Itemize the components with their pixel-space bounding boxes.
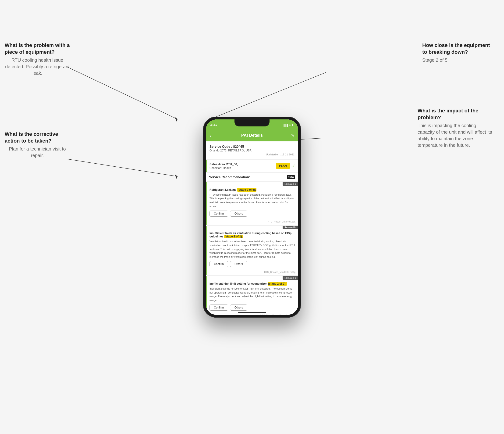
signal-icon: ▐▐▐ bbox=[283, 124, 288, 126]
svg-line-0 bbox=[67, 67, 178, 119]
app-header: ‹ PAI Details ✎ bbox=[206, 130, 298, 141]
phone-screen: 4:47 ▐▐▐ ⦾ ▮ ‹ PAI Details ✎ Service Cod… bbox=[206, 120, 298, 315]
equipment-condition: Condition: Health bbox=[209, 166, 276, 170]
service-updated: Updated on : 15-11-2021 bbox=[209, 153, 295, 156]
status-time: 4:47 bbox=[210, 123, 217, 127]
wifi-icon: ⦾ bbox=[289, 123, 291, 126]
impact-annotation: What is the impact of the problem? This … bbox=[418, 108, 495, 148]
reco-2-title: Insufficient fresh air ventilation durin… bbox=[209, 232, 296, 238]
edit-button[interactable]: ✎ bbox=[291, 133, 295, 138]
recommendation-header: Service Recommendation: AUTO bbox=[206, 173, 298, 181]
reco-3-title: Inefficient high limit setting for econo… bbox=[209, 282, 296, 285]
problem-question: What is the problem with a piece of equi… bbox=[5, 42, 70, 55]
reco-1-code: RTU_Reco8_CmpRefLeak bbox=[207, 220, 298, 225]
plan-button[interactable]: PLAN bbox=[276, 163, 290, 169]
auto-icon: AUTO bbox=[287, 175, 295, 179]
phone-shell: 4:47 ▐▐▐ ⦾ ▮ ‹ PAI Details ✎ Service Cod… bbox=[203, 117, 301, 318]
reco-2-body: Insufficient fresh air ventilation durin… bbox=[207, 229, 298, 271]
recommendation-2: Remote Fix Insufficient fresh air ventil… bbox=[206, 226, 298, 276]
status-icons: ▐▐▐ ⦾ ▮ bbox=[283, 123, 294, 126]
recommendation-3: Remote Fix Inefficient high limit settin… bbox=[206, 276, 298, 315]
equipment-actions: PLAN ✓ bbox=[276, 163, 296, 169]
battery-icon: ▮ bbox=[292, 123, 294, 126]
reco-1-description: RTU cooling health issue has been detect… bbox=[209, 193, 296, 208]
home-indicator bbox=[238, 312, 266, 313]
service-card: Service Code : 820465 Orlando 2075, RETA… bbox=[206, 141, 298, 159]
impact-question: What is the impact of the problem? bbox=[418, 108, 495, 121]
equipment-name: Sales Area RTU_06, bbox=[209, 162, 276, 166]
reco-2-stage: (stage 1 of 1): bbox=[224, 235, 243, 238]
reco-3-actions: Confirm Others bbox=[209, 305, 296, 311]
reco-3-badge: Remote Fix bbox=[283, 276, 298, 280]
reco-1-title: Refrigerant Leakage (stage 2 of 5): bbox=[209, 188, 296, 191]
header-title: PAI Details bbox=[241, 133, 263, 138]
reco-2-description: Ventilation health issue has been detect… bbox=[209, 240, 296, 259]
impact-answer: This is impacting the cooling capacity o… bbox=[418, 122, 495, 148]
breakdown-annotation: How close is the equipment to breaking d… bbox=[422, 42, 495, 63]
reco-1-badge: Remote Fix bbox=[283, 182, 298, 186]
reco-1-confirm[interactable]: Confirm bbox=[209, 211, 228, 217]
scroll-content: Service Code : 820465 Orlando 2075, RETA… bbox=[206, 141, 298, 315]
reco-3-description: Inefficient settings for Economizer High… bbox=[209, 287, 296, 302]
corrective-question: What is the corrective action to be take… bbox=[5, 131, 70, 144]
reco-1-others[interactable]: Others bbox=[230, 211, 247, 217]
reco-2-code: RTU_Reco69_VentHlthForClg bbox=[207, 271, 298, 275]
reco-3-stage: (stage 2 of 2): bbox=[268, 282, 287, 286]
phone-container: 4:47 ▐▐▐ ⦾ ▮ ‹ PAI Details ✎ Service Cod… bbox=[203, 117, 301, 318]
reco-2-confirm[interactable]: Confirm bbox=[209, 261, 228, 267]
equipment-info: Sales Area RTU_06, Condition: Health bbox=[209, 162, 276, 170]
svg-marker-1 bbox=[175, 117, 178, 121]
service-location: Orlando 2075, RETAILER X, USA bbox=[209, 149, 295, 152]
problem-annotation: What is the problem with a piece of equi… bbox=[5, 42, 70, 76]
reco-3-confirm[interactable]: Confirm bbox=[209, 305, 228, 311]
corrective-answer: Plan for a technician visit to repair. bbox=[5, 146, 70, 159]
svg-line-4 bbox=[210, 73, 326, 119]
reco-2-others[interactable]: Others bbox=[230, 261, 247, 267]
recommendation-1: Remote Fix Refrigerant Leakage (stage 2 … bbox=[206, 182, 298, 225]
svg-marker-3 bbox=[175, 174, 178, 179]
corrective-annotation: What is the corrective action to be take… bbox=[5, 131, 70, 159]
reco-2-badge: Remote Fix bbox=[283, 226, 298, 229]
check-icon: ✓ bbox=[292, 163, 296, 168]
reco-3-body: Inefficient high limit setting for econo… bbox=[207, 280, 298, 314]
reco-1-body: Refrigerant Leakage (stage 2 of 5): RTU … bbox=[207, 186, 298, 220]
phone-notch bbox=[234, 120, 270, 126]
reco-1-stage: (stage 2 of 5): bbox=[237, 188, 256, 192]
problem-answer: RTU cooling health issue detected. Possi… bbox=[5, 57, 70, 76]
svg-line-2 bbox=[67, 159, 178, 176]
reco-2-actions: Confirm Others bbox=[209, 261, 296, 267]
equipment-card: Sales Area RTU_06, Condition: Health PLA… bbox=[206, 160, 298, 172]
breakdown-answer: Stage 2 of 5 bbox=[422, 57, 495, 63]
reco-3-code: RTU_Reco35_IneffDmprSetEcoHi bbox=[207, 314, 298, 315]
recommendation-title: Service Recommendation: bbox=[209, 175, 250, 179]
breakdown-question: How close is the equipment to breaking d… bbox=[422, 42, 495, 55]
reco-3-others[interactable]: Others bbox=[230, 305, 247, 311]
back-button[interactable]: ‹ bbox=[209, 132, 211, 139]
reco-1-actions: Confirm Others bbox=[209, 211, 296, 217]
service-code: Service Code : 820465 bbox=[209, 145, 295, 148]
